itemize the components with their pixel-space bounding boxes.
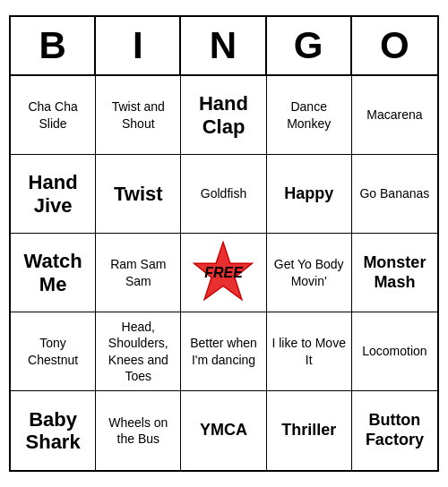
- bingo-letter-b: B: [11, 17, 96, 74]
- cell-text-8: Happy: [284, 184, 333, 204]
- cell-text-9: Go Bananas: [359, 185, 429, 201]
- bingo-cell-17: Better when I'm dancing: [181, 312, 266, 391]
- bingo-cell-0: Cha Cha Slide: [11, 76, 96, 155]
- cell-text-2: Hand Clap: [185, 92, 262, 138]
- bingo-letter-o: O: [352, 17, 437, 74]
- bingo-cell-9: Go Bananas: [352, 155, 437, 234]
- bingo-cell-8: Happy: [267, 155, 352, 234]
- cell-text-16: Head, Shoulders, Knees and Toes: [99, 319, 177, 384]
- cell-text-23: Thriller: [281, 421, 336, 440]
- bingo-cell-14: Monster Mash: [352, 234, 437, 312]
- cell-text-11: Ram Sam Sam: [99, 256, 177, 288]
- cell-text-21: Wheels on the Bus: [99, 414, 177, 447]
- bingo-letter-i: I: [96, 17, 181, 74]
- bingo-letter-n: N: [181, 17, 266, 74]
- bingo-cell-19: Locomotion: [352, 312, 437, 391]
- bingo-cell-22: YMCA: [181, 391, 266, 470]
- cell-text-24: Button Factory: [356, 411, 434, 449]
- cell-text-7: Goldfish: [201, 185, 246, 201]
- bingo-cell-16: Head, Shoulders, Knees and Toes: [96, 312, 181, 391]
- bingo-cell-20: Baby Shark: [11, 391, 96, 470]
- bingo-cell-18: I like to Move It: [267, 312, 352, 391]
- free-label: FREE: [204, 265, 243, 281]
- bingo-cell-23: Thriller: [267, 391, 352, 470]
- cell-text-18: I like to Move It: [271, 335, 348, 367]
- cell-text-1: Twist and Shout: [99, 98, 177, 131]
- bingo-cell-10: Watch Me: [11, 234, 96, 312]
- bingo-letter-g: G: [267, 17, 352, 74]
- bingo-cell-1: Twist and Shout: [96, 76, 181, 155]
- cell-text-10: Watch Me: [14, 250, 91, 295]
- cell-text-22: YMCA: [200, 421, 247, 440]
- free-space-starburst: FREE: [191, 241, 255, 305]
- bingo-card: BINGO Cha Cha SlideTwist and ShoutHand C…: [9, 15, 439, 472]
- bingo-cell-6: Twist: [96, 155, 181, 234]
- bingo-cell-5: Hand Jive: [11, 155, 96, 234]
- bingo-cell-13: Get Yo Body Movin': [267, 234, 352, 312]
- bingo-cell-7: Goldfish: [181, 155, 266, 234]
- bingo-cell-15: Tony Chestnut: [11, 312, 96, 391]
- cell-text-5: Hand Jive: [14, 171, 91, 217]
- cell-text-4: Macarena: [366, 107, 422, 123]
- cell-text-3: Dance Monkey: [271, 98, 348, 131]
- bingo-cell-24: Button Factory: [352, 391, 437, 470]
- bingo-cell-12: FREE: [181, 234, 266, 312]
- bingo-cell-3: Dance Monkey: [267, 76, 352, 155]
- cell-text-0: Cha Cha Slide: [14, 98, 91, 131]
- bingo-cell-2: Hand Clap: [181, 76, 266, 155]
- bingo-cell-21: Wheels on the Bus: [96, 391, 181, 470]
- bingo-grid: Cha Cha SlideTwist and ShoutHand ClapDan…: [11, 76, 437, 470]
- cell-text-15: Tony Chestnut: [14, 335, 91, 367]
- bingo-cell-4: Macarena: [352, 76, 437, 155]
- cell-text-20: Baby Shark: [14, 408, 91, 454]
- cell-text-17: Better when I'm dancing: [185, 335, 262, 367]
- cell-text-14: Monster Mash: [356, 253, 434, 292]
- bingo-header: BINGO: [11, 17, 437, 76]
- cell-text-13: Get Yo Body Movin': [271, 256, 348, 288]
- bingo-cell-11: Ram Sam Sam: [96, 234, 181, 312]
- cell-text-6: Twist: [114, 183, 163, 205]
- cell-text-19: Locomotion: [362, 343, 426, 359]
